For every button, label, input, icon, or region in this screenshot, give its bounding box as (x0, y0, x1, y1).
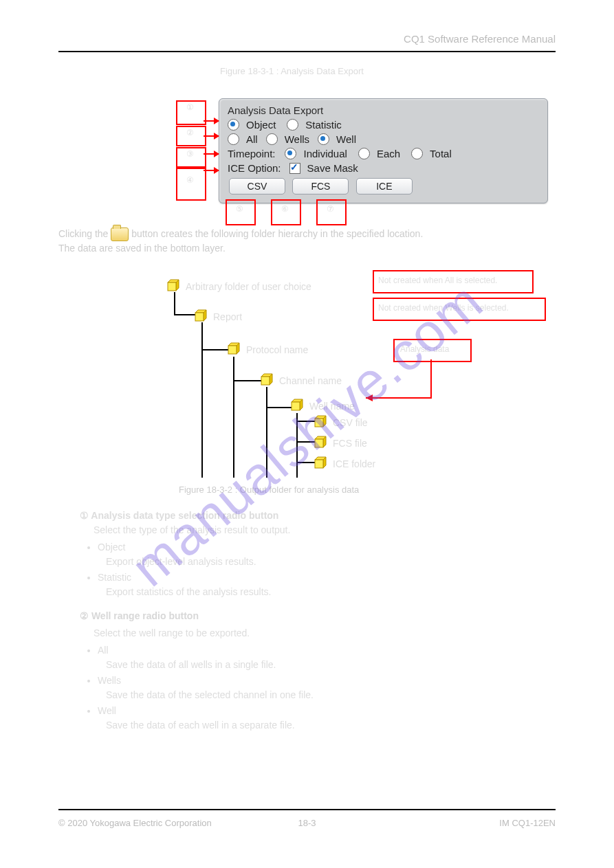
callout-3-arrow (204, 153, 219, 155)
callout-1-text: ① (176, 103, 204, 112)
csv-button[interactable]: CSV (229, 178, 285, 194)
callout-6-text: ⑥ (271, 205, 298, 214)
check-savemask-label: Save Mask (307, 162, 358, 174)
li-well-body: Save the data of each well in a separate… (106, 720, 295, 731)
export-button-row: CSV FCS ICE (228, 178, 540, 194)
header-right: CQ1 Software Reference Manual (404, 33, 556, 45)
li-all-body: Save the data of all wells in a single f… (106, 659, 276, 670)
folder-tree: Arbitrary folder of user choice Report P… (160, 271, 545, 491)
fcs-button[interactable]: FCS (292, 178, 349, 194)
radio-all[interactable] (228, 133, 239, 145)
folder-icon (111, 227, 129, 241)
sect1-no: ① (80, 510, 89, 521)
body-text: ① Analysis data type selection radio but… (80, 509, 556, 735)
description-block: Clicking the button creates the followin… (58, 227, 556, 256)
ice-button[interactable]: ICE (356, 178, 413, 194)
bottom-rule (58, 809, 556, 810)
tree-note-arrow (160, 271, 545, 491)
row-timepoint: Timepoint: Individual Each Total (228, 148, 540, 159)
li-wells-body: Save the data of the selected channel in… (106, 689, 314, 700)
callout-5-text: ⑤ (226, 205, 253, 214)
figure-1-caption: Figure 18-3-1 : Analysis Data Export (220, 66, 571, 76)
radio-object-label: Object (246, 119, 276, 131)
radio-well-label: Well (336, 133, 356, 145)
row-datatype: Object Statistic (228, 119, 540, 131)
radio-statistic-label: Statistic (305, 119, 342, 131)
callout-2-arrow (204, 135, 219, 137)
sect1-body: Select the type of the analysis result t… (94, 523, 556, 537)
li-object-title: Object (98, 542, 125, 553)
li-statistic-title: Statistic (98, 572, 131, 583)
radio-statistic[interactable] (287, 119, 298, 131)
desc-line1-post: button creates the following folder hier… (131, 228, 423, 239)
top-rule (58, 51, 556, 52)
footer-pageno: 18-3 (298, 818, 316, 828)
sect2-body: Select the well range to be exported. (94, 626, 556, 641)
li-well-title: Well (98, 705, 116, 716)
radio-individual[interactable] (285, 148, 296, 159)
li-object-body: Export object-level analysis results. (106, 556, 256, 567)
iceoption-label: ICE Option: (228, 162, 281, 174)
footer-copyright: © 2020 Yokogawa Electric Corporation (58, 818, 212, 828)
radio-all-label: All (246, 133, 258, 145)
svg-marker-3 (366, 394, 373, 401)
radio-wells-label: Wells (285, 133, 309, 145)
callout-1-arrow (204, 120, 219, 122)
callout-3-text: ③ (176, 150, 204, 159)
row-wellrange: All Wells Well (228, 133, 540, 145)
callout-7-text: ⑦ (316, 205, 344, 214)
radio-wells[interactable] (266, 133, 278, 145)
row-iceoption: ICE Option: Save Mask (228, 162, 540, 174)
figure-2-caption: Figure 18-3-2 : Output folder for analys… (179, 485, 359, 495)
radio-object[interactable] (228, 119, 239, 131)
callout-4-text: ④ (176, 176, 204, 185)
panel-title: Analysis Data Export (228, 104, 540, 116)
radio-individual-label: Individual (303, 148, 347, 159)
check-savemask[interactable] (289, 163, 300, 174)
li-all-title: All (98, 645, 109, 656)
li-statistic-body: Export statistics of the analysis result… (106, 586, 271, 597)
analysis-data-export-panel: Analysis Data Export Object Statistic Al… (219, 98, 548, 203)
sect2-no: ② (80, 610, 89, 621)
desc-line1-pre: Clicking the (58, 228, 111, 239)
timepoint-label: Timepoint: (228, 148, 275, 159)
callout-4-arrow (204, 170, 219, 171)
radio-well[interactable] (318, 133, 329, 145)
desc-line2: The data are saved in the bottom layer. (58, 243, 226, 254)
radio-each[interactable] (358, 148, 370, 159)
li-wells-title: Wells (98, 675, 121, 686)
callout-2-text: ② (176, 129, 204, 137)
footer-docid: IM CQ1-12EN (499, 818, 556, 828)
radio-total-label: Total (430, 148, 452, 159)
radio-each-label: Each (377, 148, 400, 159)
sect1-title: Analysis data type selection radio butto… (89, 510, 278, 521)
sect2-title: Well range radio button (89, 610, 199, 621)
radio-total[interactable] (411, 148, 423, 159)
